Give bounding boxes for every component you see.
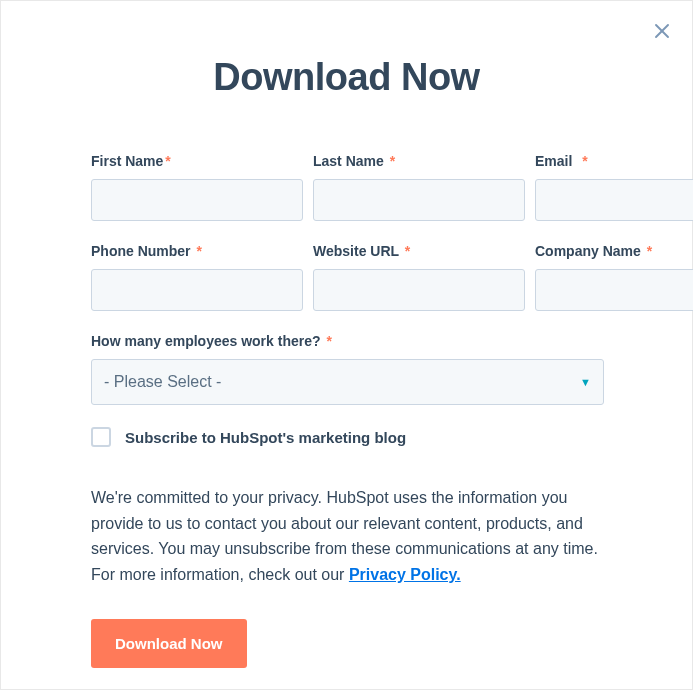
download-form: First Name* Last Name * Email * Pho bbox=[91, 153, 604, 668]
phone-input[interactable] bbox=[91, 269, 303, 311]
phone-label: Phone Number * bbox=[91, 243, 303, 259]
email-input[interactable] bbox=[535, 179, 693, 221]
subscribe-checkbox[interactable] bbox=[91, 427, 111, 447]
first-name-label: First Name* bbox=[91, 153, 303, 169]
download-modal: Download Now First Name* Last Name * Ema… bbox=[0, 0, 693, 690]
company-input[interactable] bbox=[535, 269, 693, 311]
close-icon bbox=[653, 22, 671, 40]
submit-button[interactable]: Download Now bbox=[91, 619, 247, 668]
last-name-label: Last Name * bbox=[313, 153, 525, 169]
chevron-down-icon: ▼ bbox=[580, 376, 591, 388]
modal-title: Download Now bbox=[1, 56, 692, 99]
first-name-input[interactable] bbox=[91, 179, 303, 221]
employees-select[interactable]: - Please Select - ▼ bbox=[91, 359, 604, 405]
privacy-policy-link[interactable]: Privacy Policy. bbox=[349, 566, 461, 583]
website-label: Website URL * bbox=[313, 243, 525, 259]
employees-label: How many employees work there? * bbox=[91, 333, 604, 349]
subscribe-label: Subscribe to HubSpot's marketing blog bbox=[125, 429, 406, 446]
employees-selected: - Please Select - bbox=[104, 373, 221, 391]
last-name-input[interactable] bbox=[313, 179, 525, 221]
privacy-text: We're committed to your privacy. HubSpot… bbox=[91, 485, 604, 587]
email-label: Email * bbox=[535, 153, 693, 169]
website-input[interactable] bbox=[313, 269, 525, 311]
close-button[interactable] bbox=[650, 19, 674, 43]
company-label: Company Name * bbox=[535, 243, 693, 259]
